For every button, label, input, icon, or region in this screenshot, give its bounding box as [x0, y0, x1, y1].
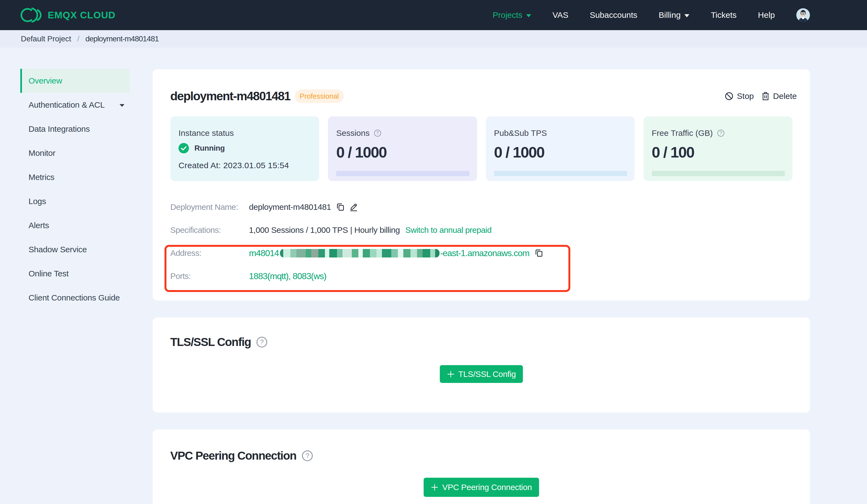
breadcrumb: Default Project / deployment-m4801481 — [0, 30, 867, 48]
traffic-value: 0 / 100 — [652, 143, 784, 161]
nav-item-help[interactable]: Help — [758, 10, 775, 20]
traffic-progress — [652, 171, 785, 176]
copy-name-button[interactable] — [336, 203, 344, 211]
tls-ssl-title: TLS/SSL Config — [170, 336, 251, 349]
address-prefix: m48014 — [249, 248, 279, 258]
edit-name-button[interactable] — [350, 203, 358, 211]
add-tls-ssl-button[interactable]: TLS/SSL Config — [440, 365, 523, 383]
vpc-peering-section: VPC Peering Connection ? VPC Peering Con… — [153, 429, 810, 504]
sidebar-item-authentication-acl[interactable]: Authentication & ACL — [20, 93, 130, 117]
sidebar-item-online-test[interactable]: Online Test — [20, 262, 130, 286]
created-at: Created At: 2023.01.05 15:54 — [179, 161, 311, 170]
tps-card: Pub&Sub TPS 0 / 1000 — [486, 117, 635, 181]
copy-address-button[interactable] — [535, 249, 543, 257]
svg-text:?: ? — [719, 131, 722, 135]
plan-badge: Professional — [295, 89, 344, 103]
sidebar-item-alerts[interactable]: Alerts — [20, 213, 130, 238]
trash-icon — [762, 92, 769, 100]
breadcrumb-page: deployment-m4801481 — [85, 34, 159, 43]
switch-annual-link[interactable]: Switch to annual prepaid — [405, 226, 491, 235]
running-check-icon — [179, 143, 189, 153]
specifications-label: Specifications: — [170, 226, 249, 235]
help-icon[interactable]: ? — [374, 130, 381, 137]
address-redaction-mosaic — [280, 249, 440, 258]
user-avatar[interactable] — [796, 8, 810, 22]
sidebar-item-client-connections-guide[interactable]: Client Connections Guide — [20, 286, 130, 310]
deployment-name-value: deployment-m4801481 — [249, 202, 331, 212]
specifications-value: 1,000 Sessions / 1,000 TPS | Hourly bill… — [249, 226, 400, 235]
sessions-value: 0 / 1000 — [336, 143, 469, 161]
deployment-overview-card: deployment-m4801481 Professional Stop — [153, 69, 810, 300]
address-suffix: -east-1.amazonaws.com — [440, 248, 529, 258]
sessions-progress — [336, 171, 469, 176]
nav-items: Projects VAS Subaccounts Billing Tickets… — [493, 8, 810, 22]
sidebar-item-data-integrations[interactable]: Data Integrations — [20, 117, 130, 141]
deployment-title: deployment-m4801481 — [170, 89, 290, 103]
nav-item-projects[interactable]: Projects — [493, 10, 531, 20]
breadcrumb-project[interactable]: Default Project — [21, 34, 71, 43]
sidebar-item-logs[interactable]: Logs — [20, 189, 130, 213]
breadcrumb-separator: / — [77, 34, 79, 43]
stat-cards: Instance status Running Created At: 2023… — [170, 117, 792, 181]
copy-icon — [336, 203, 344, 211]
traffic-label: Free Traffic (GB) — [652, 129, 713, 138]
chevron-down-icon — [526, 14, 531, 17]
chevron-down-icon — [684, 14, 689, 17]
svg-text:?: ? — [260, 338, 264, 346]
instance-status-card: Instance status Running Created At: 2023… — [170, 117, 319, 181]
delete-button[interactable]: Delete — [762, 91, 797, 101]
tps-progress — [494, 171, 627, 176]
instance-status-value: Running — [194, 144, 225, 153]
instance-status-label: Instance status — [179, 125, 311, 138]
vpc-peering-title: VPC Peering Connection — [170, 449, 297, 462]
tps-value: 0 / 1000 — [494, 143, 627, 161]
avatar-illustration — [796, 8, 810, 22]
main-content: deployment-m4801481 Professional Stop — [153, 48, 810, 504]
sidebar-item-metrics[interactable]: Metrics — [20, 165, 130, 189]
help-icon[interactable]: ? — [302, 450, 313, 461]
nav-item-subaccounts[interactable]: Subaccounts — [590, 10, 637, 20]
sidebar: Overview Authentication & ACL Data Integ… — [0, 48, 130, 310]
edit-icon — [350, 203, 358, 211]
sessions-label: Sessions — [336, 129, 370, 138]
sidebar-item-monitor[interactable]: Monitor — [20, 141, 130, 165]
copy-icon — [535, 249, 543, 257]
help-icon[interactable]: ? — [717, 130, 725, 137]
plus-icon — [447, 370, 454, 378]
traffic-card: Free Traffic (GB) ? 0 / 100 — [643, 117, 792, 181]
emqx-logo-icon — [20, 8, 42, 23]
help-icon[interactable]: ? — [256, 337, 267, 348]
plus-icon — [431, 483, 438, 491]
nav-item-tickets[interactable]: Tickets — [711, 10, 737, 20]
sessions-card: Sessions ? 0 / 1000 — [328, 117, 477, 181]
sidebar-item-shadow-service[interactable]: Shadow Service — [20, 238, 130, 262]
deployment-name-label: Deployment Name: — [170, 202, 249, 212]
brand-name: EMQX CLOUD — [48, 10, 116, 21]
brand[interactable]: EMQX CLOUD — [20, 8, 116, 23]
stop-icon — [725, 92, 733, 100]
svg-text:?: ? — [376, 131, 379, 135]
tls-ssl-section: TLS/SSL Config ? TLS/SSL Config — [153, 317, 810, 413]
navbar: EMQX CLOUD Projects VAS Subaccounts Bill… — [0, 0, 867, 30]
nav-item-vas[interactable]: VAS — [553, 10, 568, 20]
chevron-down-icon — [119, 104, 125, 107]
ports-label: Ports: — [170, 272, 249, 281]
tps-label: Pub&Sub TPS — [494, 129, 547, 138]
deployment-details: Deployment Name: deployment-m4801481 — [170, 201, 792, 282]
stop-button[interactable]: Stop — [725, 91, 754, 101]
svg-text:?: ? — [306, 452, 309, 459]
nav-item-billing[interactable]: Billing — [659, 10, 689, 20]
ports-value: 1883(mqtt), 8083(ws) — [249, 271, 326, 281]
sidebar-item-overview[interactable]: Overview — [20, 69, 130, 93]
add-vpc-peering-button[interactable]: VPC Peering Connection — [424, 478, 539, 497]
address-label: Address: — [170, 249, 249, 258]
